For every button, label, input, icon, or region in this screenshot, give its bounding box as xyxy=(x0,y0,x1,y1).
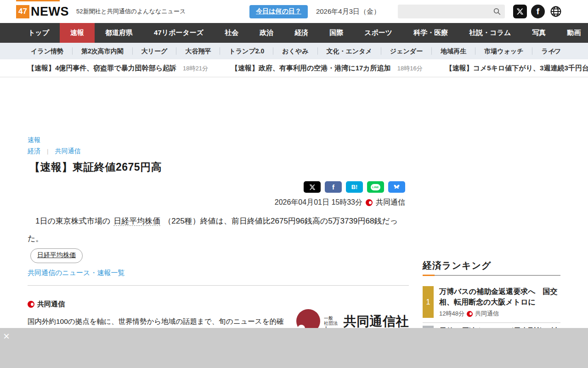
article-meta: 2026年04月01日 15時33分 共同通信 xyxy=(28,198,405,207)
publisher-header: 共同通信 xyxy=(28,300,65,309)
ticker-item-time: 18時21分 xyxy=(183,64,208,73)
search-box xyxy=(398,5,505,18)
share-facebook-button[interactable]: f xyxy=(325,181,342,193)
breaking-news-ticker: 【速報】4億円事件、窃盗罪で暴力団幹部ら起訴18時21分【速報】政府、有事利用の… xyxy=(0,59,588,77)
sub-nav-chevron-down-icon[interactable] xyxy=(550,48,557,56)
main-nav-item[interactable]: 社会 xyxy=(214,23,249,43)
sub-nav-item[interactable]: 文化・エンタメ xyxy=(318,47,381,55)
ranking-title: 経済ランキング xyxy=(423,259,491,272)
sub-nav-item[interactable]: トランプ2.0 xyxy=(220,47,273,55)
ranking-item-time: 12時48分 xyxy=(439,310,464,318)
sub-nav-item[interactable]: 市場ウォッチ xyxy=(475,47,532,55)
breadcrumb-genre[interactable]: 経済 xyxy=(28,147,40,155)
publish-datetime: 2026年04月01日 15時33分 xyxy=(275,198,362,207)
kyodo-logo-icon xyxy=(366,199,373,206)
ranking-underline xyxy=(423,275,560,276)
rank-number-badge: 1 xyxy=(423,286,434,318)
ranking-item[interactable]: 1万博バスの補助金返還要求へ 国交相、転用断念の大阪メトロに12時48分共同通信 xyxy=(423,283,560,323)
sub-nav-item[interactable]: おくやみ xyxy=(273,47,317,55)
site-header: 47 NEWS 52新聞社と共同通信のよんななニュース 今日は何の日？ 2026… xyxy=(0,0,588,23)
sub-nav-item[interactable]: イラン情勢 xyxy=(22,47,73,55)
today-what-day-button[interactable]: 今日は何の日？ xyxy=(249,5,308,18)
breadcrumb-source[interactable]: 共同通信 xyxy=(55,147,81,155)
x-twitter-icon[interactable] xyxy=(513,5,527,18)
facebook-icon[interactable]: f xyxy=(531,5,545,18)
ticker-item-time: 18時16分 xyxy=(397,64,423,73)
main-nav-item[interactable]: 速報 xyxy=(60,23,95,43)
ticker-item[interactable]: 【速報】政府、有事利用の空港・港湾に17カ所追加18時16分 xyxy=(231,64,423,73)
main-nav-item[interactable]: 政治 xyxy=(249,23,284,43)
current-date: 2026年4月3日（金） xyxy=(316,7,380,16)
line-bubble-icon: LINE xyxy=(371,184,380,190)
share-bluesky-button[interactable] xyxy=(388,181,405,193)
share-x-button[interactable] xyxy=(304,181,321,193)
ticker-item-title: 【速報】政府、有事利用の空港・港湾に17カ所追加 xyxy=(231,64,391,73)
logo-news-text: NEWS xyxy=(31,5,69,19)
ranking-item-meta: 12時48分共同通信 xyxy=(439,310,560,318)
tag-nikkei-button[interactable]: 日経平均株価 xyxy=(30,248,83,263)
main-nav-item[interactable]: スポーツ xyxy=(354,23,403,43)
main-nav-item[interactable]: 都道府県 xyxy=(95,23,143,43)
kyodo-news-list-link[interactable]: 共同通信のニュース・速報一覧 xyxy=(28,269,124,277)
sns-links: f xyxy=(513,5,563,18)
share-hatena-button[interactable]: B! xyxy=(346,181,363,193)
article-source-link[interactable]: 共同通信 xyxy=(376,198,405,207)
publisher-name: 共同通信 xyxy=(37,300,65,309)
main-nav-item[interactable]: 動画 xyxy=(556,23,588,43)
breadcrumb: 経済 ｜ 共同通信 xyxy=(28,147,81,155)
ad-close-icon[interactable]: × xyxy=(3,332,12,341)
ticker-item-title: 【速報】コメ5キロ値下がり、3週連続3千円台 xyxy=(446,64,588,73)
kyodo-logo-icon xyxy=(467,311,473,317)
main-nav-item[interactable]: 社説・コラム xyxy=(458,23,521,43)
ranking-item-title: 万博バスの補助金返還要求へ 国交相、転用断念の大阪メトロに xyxy=(439,288,558,306)
globe-language-icon[interactable] xyxy=(549,5,563,18)
ad-overlay: × xyxy=(0,328,588,368)
search-icon[interactable] xyxy=(493,7,501,17)
breadcrumb-category[interactable]: 速報 xyxy=(28,136,40,144)
sub-nav: イラン情勢第2次高市内閣大リーグ大谷翔平トランプ2.0おくやみ文化・エンタメジェ… xyxy=(0,43,588,59)
ticker-item[interactable]: 【速報】4億円事件、窃盗罪で暴力団幹部ら起訴18時21分 xyxy=(28,64,208,73)
breadcrumb-separator: ｜ xyxy=(45,148,51,155)
page: 47 NEWS 52新聞社と共同通信のよんななニュース 今日は何の日？ 2026… xyxy=(0,0,588,368)
main-nav: トップ速報都道府県47リポーターズ社会政治経済国際スポーツ科学・医療社説・コラム… xyxy=(0,23,588,43)
sub-nav-item[interactable]: 第2次高市内閣 xyxy=(73,47,133,55)
ticker-item-title: 【速報】4億円事件、窃盗罪で暴力団幹部ら起訴 xyxy=(28,64,176,73)
site-tagline: 52新聞社と共同通信のよんななニュース xyxy=(76,7,186,16)
sub-nav-item[interactable]: 大谷翔平 xyxy=(176,47,220,55)
main-nav-item[interactable]: 写真 xyxy=(521,23,556,43)
main-nav-item[interactable]: トップ xyxy=(17,23,60,43)
divider xyxy=(28,285,409,286)
sub-nav-item[interactable]: 地域再生 xyxy=(432,47,475,55)
article-title: 【速報】東証終値2675円高 xyxy=(29,160,162,174)
main-nav-item[interactable]: 国際 xyxy=(319,23,354,43)
share-buttons: f B! LINE xyxy=(28,181,405,193)
logo-47-badge: 47 xyxy=(16,5,29,18)
article-body: 1日の東京株式市場の日経平均株価（225種）終値は、前日終値比2675円96銭高… xyxy=(28,213,410,247)
main-nav-item[interactable]: 47リポーターズ xyxy=(143,23,214,43)
sub-nav-item[interactable]: ジェンダー xyxy=(381,47,432,55)
keyword-link[interactable]: 日経平均株価 xyxy=(113,217,160,226)
body-text-lead: 1日の東京株式市場の xyxy=(28,217,110,225)
search-input[interactable] xyxy=(398,5,505,18)
share-line-button[interactable]: LINE xyxy=(367,181,384,193)
ticker-item[interactable]: 【速報】コメ5キロ値下がり、3週連続3千円台 xyxy=(446,64,588,73)
sub-nav-item[interactable]: 大リーグ xyxy=(133,47,177,55)
kyodo-logo-icon xyxy=(28,301,34,308)
ranking-item-source: 共同通信 xyxy=(475,310,499,318)
main-nav-item[interactable]: 経済 xyxy=(284,23,319,43)
main-nav-item[interactable]: 科学・医療 xyxy=(403,23,458,43)
site-logo[interactable]: 47 NEWS xyxy=(16,5,69,19)
